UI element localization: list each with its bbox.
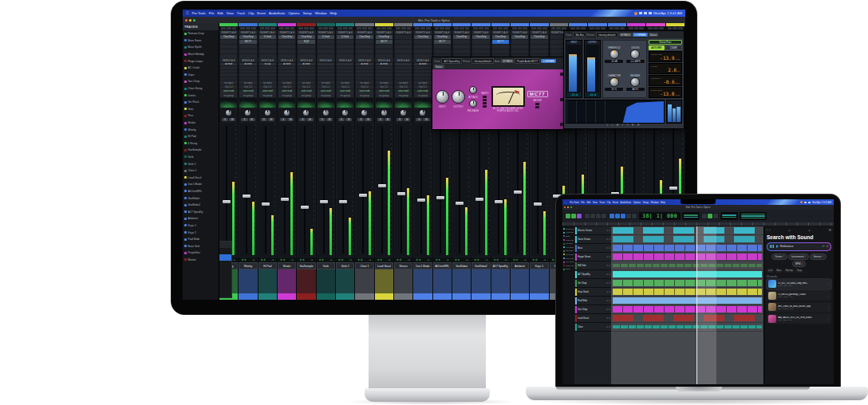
input-selector[interactable]: no input: [259, 81, 276, 85]
audio-clip[interactable]: [613, 236, 762, 242]
insert-slot-c[interactable]: [376, 45, 393, 49]
send-slot-b[interactable]: [356, 66, 373, 69]
send-slot-a[interactable]: A Verb: [414, 63, 431, 66]
clip-lane[interactable]: [611, 226, 763, 235]
plugin-selector[interactable]: Purple Audio MC77: [515, 58, 540, 64]
automation-mode[interactable]: auto read: [337, 89, 353, 93]
fader-cap[interactable]: [281, 198, 289, 201]
insert-slot-b[interactable]: [472, 40, 489, 44]
track-mini-buttons[interactable]: [606, 300, 611, 302]
menu-item[interactable]: Pro Tools: [570, 201, 579, 204]
insert-slot-d[interactable]: [337, 49, 353, 53]
automation-mode[interactable]: auto read: [318, 89, 334, 93]
tracks-list-item[interactable]: AltOneWRL: [183, 188, 219, 195]
pan-knob[interactable]: [420, 110, 425, 116]
ratio-button[interactable]: [483, 96, 487, 98]
insert-slot-d[interactable]: [414, 49, 431, 53]
play-icon[interactable]: [776, 245, 779, 248]
audio-clip[interactable]: [613, 245, 762, 251]
insert-slot-c[interactable]: [453, 45, 470, 49]
send-slot-c[interactable]: [278, 70, 295, 73]
bpm-chip[interactable]: BPM▾: [792, 261, 806, 267]
attack-knob[interactable]: [469, 86, 477, 94]
audio-clip[interactable]: [613, 264, 762, 267]
channel-nameplate[interactable]: AltOneWRL: [433, 262, 452, 269]
settings-gear-icon[interactable]: ⚙: [828, 228, 831, 232]
insert-slot-d[interactable]: [356, 49, 373, 53]
insert-slot-d[interactable]: [511, 49, 528, 53]
wifi-icon[interactable]: [808, 202, 811, 203]
tracks-list-item[interactable]: Lead Vocal: [183, 174, 219, 181]
insert-slot-c[interactable]: [472, 45, 489, 49]
menu-item[interactable]: AudioSuite: [621, 201, 632, 204]
insert-slot-b[interactable]: [259, 40, 276, 44]
clip-lane[interactable]: [611, 323, 763, 332]
insert-slot-a[interactable]: ChanStrip: [220, 35, 237, 39]
send-slot-e[interactable]: [395, 77, 412, 81]
group-assignment[interactable]: no group: [414, 93, 431, 97]
send-slot-d[interactable]: [239, 73, 256, 77]
tracks-list-item[interactable]: Choir 1: [183, 167, 219, 175]
menu-item[interactable]: Track: [599, 201, 605, 204]
group-assignment[interactable]: no group: [395, 93, 412, 97]
edit-mode-buttons[interactable]: [565, 213, 582, 219]
send-slot-b[interactable]: [376, 66, 393, 69]
pan-knob[interactable]: [361, 110, 367, 116]
solo-button[interactable]: S: [377, 118, 384, 121]
mute-button[interactable]: M: [423, 118, 429, 121]
channel-nameplate[interactable]: Shake: [278, 262, 296, 269]
track-mini-buttons[interactable]: [606, 282, 611, 285]
output-selector[interactable]: Out 1-2: [259, 85, 276, 89]
insert-slot-e[interactable]: [298, 54, 314, 58]
insert-slot-b[interactable]: [511, 40, 528, 44]
automation-mode[interactable]: auto read: [376, 89, 393, 93]
mute-button[interactable]: M: [268, 118, 274, 121]
output-selector[interactable]: Out 1-2: [318, 85, 334, 89]
track-mini-buttons[interactable]: [606, 265, 611, 267]
fader-cap[interactable]: [534, 202, 542, 206]
group-assignment[interactable]: no group: [278, 93, 295, 97]
channel-nameplate[interactable]: Verb: [317, 262, 335, 269]
audio-clip[interactable]: [613, 289, 762, 295]
input-selector[interactable]: no input: [278, 81, 295, 85]
filter-chip[interactable]: Genres▾: [810, 254, 826, 260]
knob[interactable]: [630, 49, 640, 59]
transport-buttons[interactable]: [701, 213, 719, 219]
send-slot-b[interactable]: [395, 66, 412, 69]
track-selector[interactable]: Mix Bus: [573, 32, 586, 37]
tracks-list-item[interactable]: Perc: [183, 112, 219, 120]
insert-slot-c[interactable]: [511, 45, 528, 49]
insert-slot-a[interactable]: [395, 35, 412, 39]
insert-slot-c[interactable]: [318, 45, 334, 49]
clip-lane[interactable]: [611, 305, 763, 314]
send-slot-c[interactable]: [376, 70, 393, 73]
insert-slot-a[interactable]: D-Verb: [337, 35, 353, 39]
tracks-list-item[interactable]: Donks: [183, 92, 219, 99]
clip-lane[interactable]: [611, 253, 763, 261]
insert-slot-a[interactable]: ChanStrip: [531, 35, 547, 39]
mute-button[interactable]: M: [326, 118, 333, 121]
track-mini-buttons[interactable]: [606, 317, 611, 320]
send-slot-c[interactable]: [259, 70, 276, 73]
send-slot-c[interactable]: [395, 70, 412, 73]
insert-slot-d[interactable]: [531, 49, 547, 53]
track-mini-buttons[interactable]: [606, 309, 611, 311]
playhead[interactable]: [696, 226, 697, 384]
fader-cap[interactable]: [223, 200, 231, 203]
pan-knob[interactable]: [342, 110, 348, 116]
send-slot-a[interactable]: A Verb: [298, 63, 314, 66]
clear-button[interactable]: CLEAR: [665, 45, 683, 50]
track-header-row[interactable]: Gtr Chop: [574, 279, 611, 288]
menu-item[interactable]: Window: [651, 201, 659, 204]
insert-slot-d[interactable]: [492, 49, 509, 53]
release-knob[interactable]: [469, 100, 477, 108]
solo-button[interactable]: S: [397, 118, 403, 121]
insert-slot-d[interactable]: [298, 49, 314, 53]
filter-chip[interactable]: Instruments▾: [788, 254, 809, 260]
fader-cap[interactable]: [456, 202, 464, 205]
send-slot-e[interactable]: [318, 77, 334, 81]
channel-nameplate[interactable]: VoxSample: [297, 262, 315, 269]
insert-slot-d[interactable]: [318, 49, 334, 53]
insert-slot-b[interactable]: MC77: [434, 40, 451, 44]
compare-button[interactable]: COMPARE: [541, 59, 556, 63]
